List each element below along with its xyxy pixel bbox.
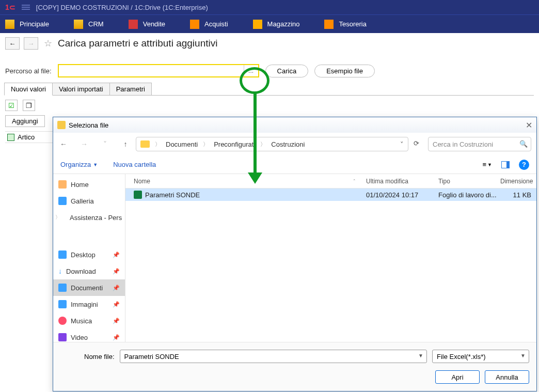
add-button[interactable]: Aggiungi <box>5 115 45 127</box>
page-header: ← → ☆ Carica parametri e attributi aggiu… <box>0 33 539 54</box>
ic-magazzino-icon <box>253 20 262 29</box>
example-file-button[interactable]: Esempio file <box>314 65 375 77</box>
dialog-recent-dropdown[interactable]: ˅ <box>94 140 115 148</box>
chevron-right-icon: 〉 <box>55 214 60 221</box>
pin-icon: 📌 <box>113 252 120 258</box>
view-list-icon[interactable]: ≡ ▼ <box>482 161 492 168</box>
pin-icon: 📌 <box>113 334 120 341</box>
file-row[interactable]: Parametri SONDE01/10/2024 10:17Foglio di… <box>125 189 536 201</box>
col-size[interactable]: Dimensione <box>500 178 536 185</box>
col-modified[interactable]: Ultima modifica <box>366 178 438 185</box>
back-button[interactable]: ← <box>5 37 20 50</box>
chevron-down-icon: ▼ <box>520 353 526 358</box>
sidebar-item-musica[interactable]: Musica📌 <box>53 312 125 329</box>
check-all-icon[interactable]: ☑ <box>5 100 18 111</box>
nav-item-tesoreria[interactable]: Tesoreria <box>324 20 366 29</box>
dialog-titlebar: Seleziona file ✕ <box>53 117 536 133</box>
dialog-title: Seleziona file <box>69 121 108 129</box>
chevron-down-icon: ▼ <box>418 353 423 358</box>
nav-item-acquisti[interactable]: Acquisti <box>190 20 228 29</box>
sidebar-item-galleria[interactable]: Galleria <box>53 193 125 209</box>
si-vid-icon <box>58 333 67 341</box>
nav-label: Tesoreria <box>339 20 366 28</box>
sidebar-label: Immagini <box>71 301 98 308</box>
tab-nuovi-valori[interactable]: Nuovi valori <box>4 83 53 96</box>
si-mus-icon <box>58 317 67 325</box>
preview-pane-icon[interactable] <box>501 161 510 168</box>
nav-item-magazzino[interactable]: Magazzino <box>253 20 300 29</box>
filename-label: Nome file: <box>84 353 115 360</box>
dialog-forward-button: → <box>74 140 94 148</box>
filename-combo[interactable]: Parametri SONDE ▼ <box>120 350 427 363</box>
ic-crm-icon <box>74 20 83 29</box>
favorite-star-icon[interactable]: ☆ <box>42 38 54 49</box>
sidebar-item-download[interactable]: ↓Download📌 <box>53 263 125 279</box>
breadcrumb-item[interactable]: Costruzioni <box>271 140 305 148</box>
load-button[interactable]: Carica <box>265 65 309 77</box>
dialog-toolbar: Organizza▼ Nuova cartella ≡ ▼ ? <box>53 155 536 174</box>
tab-parametri[interactable]: Parametri <box>110 83 152 96</box>
pin-icon: 📌 <box>113 285 120 291</box>
app-logo-icon: 1⊂ <box>5 3 15 11</box>
si-desk-icon <box>58 250 67 259</box>
dialog-app-icon <box>57 121 66 129</box>
nav-item-vendite[interactable]: Vendite <box>129 20 165 29</box>
title-bar: 1⊂ [COPY] DEMO COSTRUZIONI / 1C:Drive (1… <box>0 0 539 14</box>
file-size: 11 KB <box>500 191 536 199</box>
page-title: Carica parametri e attributi aggiuntivi <box>58 38 217 49</box>
chevron-right-icon[interactable]: 〉 <box>202 140 210 148</box>
organize-menu[interactable]: Organizza▼ <box>60 161 98 168</box>
help-icon[interactable]: ? <box>519 160 529 170</box>
si-img-icon <box>58 300 67 308</box>
sidebar-label: Desktop <box>71 251 96 259</box>
nav-label: Acquisti <box>204 20 228 28</box>
path-input-wrap: ... <box>58 64 259 77</box>
copy-icon[interactable]: ❐ <box>23 100 35 111</box>
excel-file-icon <box>134 191 142 199</box>
sidebar-item-immagini[interactable]: Immagini📌 <box>53 296 125 312</box>
checkbox-icon[interactable] <box>7 134 14 141</box>
dialog-back-button[interactable]: ← <box>53 140 74 148</box>
breadcrumb-dropdown-icon[interactable]: ˅ <box>400 140 404 148</box>
path-label: Percorso al file: <box>5 67 52 75</box>
folder-icon <box>140 140 150 148</box>
dialog-up-button[interactable]: ↑ <box>115 140 136 148</box>
browse-button[interactable]: ... <box>244 65 258 76</box>
sidebar-item-video[interactable]: Video📌 <box>53 329 125 342</box>
sort-asc-icon: ˄ <box>353 179 356 184</box>
pin-icon: 📌 <box>113 301 120 308</box>
sidebar-label: Musica <box>71 317 92 325</box>
hamburger-icon[interactable] <box>22 4 30 11</box>
breadcrumb-item[interactable]: Preconfigurati <box>214 140 255 148</box>
new-folder-button[interactable]: Nuova cartella <box>113 161 156 168</box>
path-input[interactable] <box>59 65 244 76</box>
forward-button: → <box>24 37 38 50</box>
chevron-right-icon[interactable]: 〉 <box>154 140 162 148</box>
nav-label: Magazzino <box>267 20 300 28</box>
sidebar-item-documenti[interactable]: Documenti📌 <box>53 279 125 296</box>
col-type[interactable]: Tipo <box>438 178 500 185</box>
dialog-search-input[interactable]: Cerca in Costruzioni 🔍 <box>428 137 531 151</box>
chevron-right-icon[interactable]: 〉 <box>259 140 267 148</box>
ic-vendite-icon <box>129 20 138 29</box>
cancel-button[interactable]: Annulla <box>485 370 529 384</box>
file-modified: 01/10/2024 10:17 <box>366 191 438 199</box>
file-type-filter[interactable]: File Excel(*.xls*) ▼ <box>432 350 529 363</box>
breadcrumb[interactable]: 〉 Documenti 〉 Preconfigurati 〉 Costruzio… <box>136 137 408 151</box>
sidebar-item-desktop[interactable]: Desktop📌 <box>53 246 125 263</box>
sidebar-item-assistenza[interactable]: 〉Assistenza - Pers <box>53 209 125 226</box>
col-name[interactable]: Nome˄ <box>125 178 366 185</box>
nav-item-principale[interactable]: Principale <box>5 20 49 29</box>
si-down-icon: ↓ <box>58 267 62 275</box>
file-name: Parametri SONDE <box>145 191 200 199</box>
tab-valori-importati[interactable]: Valori importati <box>53 83 110 96</box>
refresh-icon[interactable]: ⟳ <box>414 139 423 149</box>
breadcrumb-item[interactable]: Documenti <box>166 140 198 148</box>
open-button[interactable]: Apri <box>435 370 480 384</box>
sidebar-label: Galleria <box>71 197 94 205</box>
sidebar-item-home[interactable]: Home <box>53 176 125 193</box>
tabs: Nuovi valoriValori importatiParametri <box>4 83 534 96</box>
nav-item-crm[interactable]: CRM <box>74 20 104 29</box>
dialog-close-button[interactable]: ✕ <box>524 120 533 130</box>
dialog-nav: ← → ˅ ↑ 〉 Documenti 〉 Preconfigurati 〉 C… <box>53 133 536 155</box>
